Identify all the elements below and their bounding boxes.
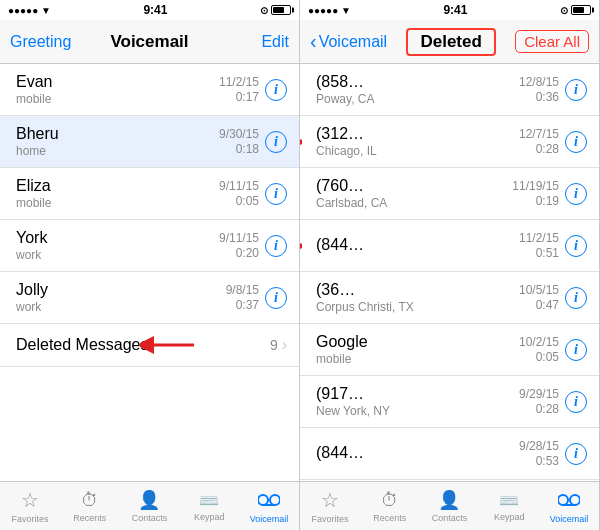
- list-item[interactable]: (844… 11/2/15 0:51 i: [300, 220, 599, 272]
- tab-recents-right[interactable]: ⏱ Recents: [360, 490, 420, 523]
- item-date: 10/2/15: [519, 335, 559, 349]
- item-name: (844…: [316, 444, 519, 462]
- tab-keypad-right[interactable]: ⌨️ Keypad: [479, 491, 539, 522]
- deleted-count: 9: [270, 337, 278, 353]
- info-button[interactable]: i: [565, 391, 587, 413]
- tab-contacts-left[interactable]: 👤 Contacts: [120, 489, 180, 523]
- info-button[interactable]: i: [265, 131, 287, 153]
- item-date: 11/19/15: [512, 179, 559, 193]
- info-button[interactable]: i: [565, 339, 587, 361]
- list-item[interactable]: (312… Chicago, IL 12/7/15 0:28 i: [300, 116, 599, 168]
- item-sub: Corpus Christi, TX: [316, 300, 519, 314]
- battery-area-right: ⊙: [560, 5, 591, 16]
- battery-left: [271, 5, 291, 15]
- info-button[interactable]: i: [565, 235, 587, 257]
- tab-bar-right: ☆ Favorites ⏱ Recents 👤 Contacts ⌨️ Keyp…: [300, 481, 599, 530]
- star-icon: ☆: [21, 488, 39, 512]
- item-right: 9/11/15 0:20: [219, 231, 259, 260]
- item-name: Evan: [16, 73, 219, 91]
- star-icon-right: ☆: [321, 488, 339, 512]
- list-item[interactable]: Evan mobile 11/2/15 0:17 i: [0, 64, 299, 116]
- item-duration: 0:28: [536, 142, 559, 156]
- item-sub: Carlsbad, CA: [316, 196, 512, 210]
- item-right: 11/2/15 0:17: [219, 75, 259, 104]
- item-right: 9/29/15 0:28: [519, 387, 559, 416]
- item-sub: mobile: [16, 196, 219, 210]
- item-date: 9/8/15: [226, 283, 259, 297]
- item-date: 9/30/15: [219, 127, 259, 141]
- person-icon-right: 👤: [438, 489, 460, 511]
- item-date: 9/29/15: [519, 387, 559, 401]
- item-date: 9/11/15: [219, 179, 259, 193]
- item-content: Eliza mobile: [16, 177, 219, 210]
- clear-all-button[interactable]: Clear All: [515, 30, 589, 53]
- nav-right-left[interactable]: Edit: [261, 33, 289, 51]
- back-voicemail-button[interactable]: Voicemail: [319, 33, 387, 51]
- nav-left-right[interactable]: ‹ Voicemail: [310, 30, 387, 53]
- list-item[interactable]: Bheru home 9/30/15 0:18 i: [0, 116, 299, 168]
- info-button[interactable]: i: [565, 131, 587, 153]
- list-item[interactable]: (760… Carlsbad, CA 11/19/15 0:19 i: [300, 168, 599, 220]
- item-right: 11/19/15 0:19: [512, 179, 559, 208]
- tab-contacts-label-right: Contacts: [432, 513, 468, 523]
- nav-bar-left: Greeting Voicemail Edit: [0, 20, 299, 64]
- nav-left-left[interactable]: Greeting: [10, 33, 71, 51]
- item-name: Eliza: [16, 177, 219, 195]
- item-duration: 0:53: [536, 454, 559, 468]
- nav-right-right[interactable]: Clear All: [515, 30, 589, 53]
- list-item[interactable]: Google mobile 10/2/15 0:05 i: [300, 324, 599, 376]
- list-item[interactable]: York work 9/11/15 0:20 i: [0, 220, 299, 272]
- item-name: Jolly: [16, 281, 226, 299]
- tab-voicemail-left[interactable]: Voicemail: [239, 489, 299, 524]
- left-panel: ●●●●● ▼ 9:41 ⊙ Greeting Voicemail Edit E…: [0, 0, 300, 530]
- item-duration: 0:20: [236, 246, 259, 260]
- item-date: 12/8/15: [519, 75, 559, 89]
- item-date: 11/2/15: [519, 231, 559, 245]
- list-item[interactable]: (917… New York, NY 9/29/15 0:28 i: [300, 376, 599, 428]
- info-button[interactable]: i: [265, 287, 287, 309]
- info-button[interactable]: i: [565, 183, 587, 205]
- item-duration: 0:05: [236, 194, 259, 208]
- item-date: 10/5/15: [519, 283, 559, 297]
- list-item[interactable]: Eliza mobile 9/11/15 0:05 i: [0, 168, 299, 220]
- red-arrow-icon: [300, 131, 302, 153]
- info-button[interactable]: i: [565, 287, 587, 309]
- status-bar-left: ●●●●● ▼ 9:41 ⊙: [0, 0, 299, 20]
- info-button[interactable]: i: [265, 79, 287, 101]
- info-button[interactable]: i: [565, 79, 587, 101]
- item-sub: mobile: [16, 92, 219, 106]
- svg-point-2: [270, 495, 280, 505]
- tab-voicemail-right[interactable]: Voicemail: [539, 489, 599, 524]
- edit-button[interactable]: Edit: [261, 33, 289, 51]
- list-item[interactable]: (619… San Diego:San Diego DA, CA 9/22/15…: [300, 480, 599, 481]
- item-right: 12/8/15 0:36: [519, 75, 559, 104]
- item-date: 12/7/15: [519, 127, 559, 141]
- list-item[interactable]: (844… 9/28/15 0:53 i: [300, 428, 599, 480]
- deleted-messages-row[interactable]: Deleted Messages 9 ›: [0, 324, 299, 367]
- voicemail-icon-left: [258, 489, 280, 512]
- item-right: 10/2/15 0:05: [519, 335, 559, 364]
- greeting-button[interactable]: Greeting: [10, 33, 71, 51]
- tab-favorites-right[interactable]: ☆ Favorites: [300, 488, 360, 524]
- list-item[interactable]: (858… Poway, CA 12/8/15 0:36 i: [300, 64, 599, 116]
- list-item[interactable]: (36… Corpus Christi, TX 10/5/15 0:47 i: [300, 272, 599, 324]
- item-sub: home: [16, 144, 219, 158]
- item-content: Google mobile: [316, 333, 519, 366]
- tab-keypad-left[interactable]: ⌨️ Keypad: [179, 491, 239, 522]
- item-content: (844…: [316, 444, 519, 463]
- tab-voicemail-label-left: Voicemail: [250, 514, 289, 524]
- svg-point-7: [570, 495, 580, 505]
- info-button[interactable]: i: [265, 183, 287, 205]
- tab-recents-left[interactable]: ⏱ Recents: [60, 490, 120, 523]
- tab-recents-label: Recents: [73, 513, 106, 523]
- right-panel: ●●●●● ▼ 9:41 ⊙ ‹ Voicemail Deleted Clear…: [300, 0, 600, 530]
- tab-favorites-left[interactable]: ☆ Favorites: [0, 488, 60, 524]
- item-duration: 0:17: [236, 90, 259, 104]
- item-name: (858…: [316, 73, 519, 91]
- item-name: (312…: [316, 125, 519, 143]
- info-button[interactable]: i: [265, 235, 287, 257]
- info-button[interactable]: i: [565, 443, 587, 465]
- nav-bar-right: ‹ Voicemail Deleted Clear All: [300, 20, 599, 64]
- tab-contacts-right[interactable]: 👤 Contacts: [420, 489, 480, 523]
- list-item[interactable]: Jolly work 9/8/15 0:37 i: [0, 272, 299, 324]
